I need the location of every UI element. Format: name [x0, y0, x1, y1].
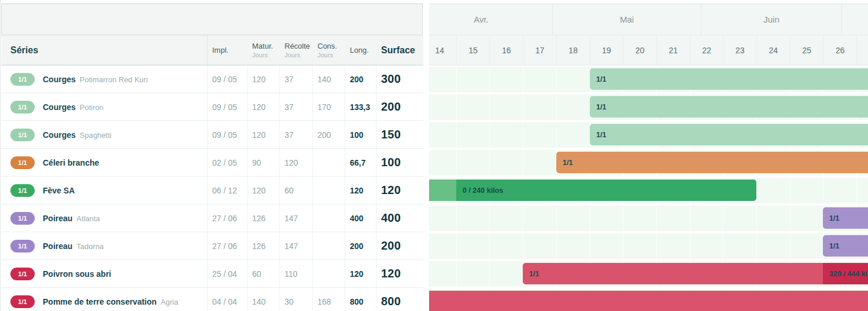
gantt-bar[interactable]: 0 / 240 kilos	[456, 180, 756, 201]
table-row[interactable]: 1/1CourgesPotiron09 / 0512037170133,3200	[1, 93, 423, 121]
cell-series: 1/1PoireauAtlanta	[1, 204, 208, 232]
cell-value: 30	[285, 297, 294, 306]
cell-surface: 150	[376, 121, 423, 148]
cell-surface: 800	[376, 288, 423, 311]
week-header-cell: 15	[456, 35, 490, 65]
month-header-row: Avr.MaiJuin	[429, 3, 868, 35]
table-row[interactable]: 1/1Poivron sous abri25 / 0460110120120	[1, 260, 423, 288]
cell-value: 200	[350, 75, 363, 84]
series-count-badge: 1/1	[10, 184, 35, 197]
week-header-cell: 24	[756, 35, 790, 65]
gantt-bar[interactable]: 1/1	[429, 291, 868, 311]
cell-series: 1/1Pomme de terre conservationAgria	[1, 288, 208, 311]
gantt-rows: 1/11/11/11/10 / 240 kilos1/11/11/1320 / …	[429, 65, 868, 311]
table-row[interactable]: 1/1CourgesSpaghetti09 / 0512037200100150	[1, 121, 423, 149]
cell-matur: 140	[248, 288, 280, 311]
gantt-row-band	[429, 233, 868, 259]
gantt-bar[interactable]: 1/1	[523, 263, 823, 284]
cell-value: 37	[285, 75, 294, 84]
table-row[interactable]: 1/1PoireauTadorna27 / 06126147200200	[1, 232, 423, 260]
column-label: Récolte	[285, 42, 313, 50]
cell-series: 1/1PoireauTadorna	[1, 232, 208, 259]
table-row[interactable]: 1/1Pomme de terre conservationAgria04 / …	[1, 288, 423, 311]
gantt-bar-label: 1/1	[590, 75, 606, 83]
gantt-bar-label: 0 / 240 kilos	[456, 186, 503, 195]
cell-value: 27 / 06	[212, 214, 237, 223]
cell-value: 120	[252, 75, 265, 84]
cell-value: 06 / 12	[212, 186, 237, 195]
table-row[interactable]: 1/1Céleri branche02 / 059012066,7100	[1, 149, 423, 177]
gantt-bar[interactable]: 1/1	[590, 124, 868, 145]
cell-recolte: 120	[280, 149, 313, 176]
cell-cons: 140	[313, 65, 345, 93]
series-variety: Tadorna	[76, 242, 104, 251]
series-variety: Potiron	[80, 103, 104, 112]
column-label: Matur.	[252, 42, 280, 50]
gantt-bar[interactable]: 1/1	[590, 68, 868, 90]
cell-value: 09 / 05	[212, 130, 237, 140]
cell-recolte: 60	[280, 177, 313, 204]
column-label: Impl.	[212, 46, 248, 54]
table-body: 1/1CourgesPotimarron Red Kuri09 / 051203…	[1, 65, 423, 311]
column-sublabel: Jours	[252, 52, 280, 58]
week-header-cell: 22	[690, 35, 723, 65]
cell-value: 800	[381, 295, 401, 308]
gantt-bar[interactable]: 1/1	[823, 207, 868, 229]
gantt-bar-label: 1/1	[590, 131, 606, 139]
cell-matur: 126	[248, 204, 280, 232]
series-variety: Agria	[161, 298, 178, 306]
cell-long: 120	[345, 177, 376, 204]
gantt-bar-label: 320 / 444 kilos	[823, 270, 868, 278]
cell-recolte: 30	[280, 288, 313, 311]
cell-value: 300	[381, 72, 401, 86]
cell-value: 60	[252, 269, 261, 279]
series-variety: Potimarron Red Kuri	[80, 75, 148, 84]
cell-long: 200	[345, 232, 376, 259]
cell-value: 04 / 04	[212, 297, 237, 306]
cell-cons	[313, 177, 345, 204]
week-header-cell: 25	[790, 35, 823, 65]
cell-value: 100	[381, 156, 401, 169]
series-count-badge: 1/1	[10, 73, 35, 86]
cell-value: 120	[252, 186, 265, 195]
gantt-bar[interactable]: 1/1	[590, 96, 868, 118]
table-row[interactable]: 1/1Fève SA06 / 1212060120120	[1, 177, 423, 204]
week-header-cell: 26	[823, 35, 856, 65]
column-header-series: Séries	[1, 35, 208, 65]
gantt-bar[interactable]: 1/1	[556, 152, 868, 173]
cell-surface: 120	[376, 260, 423, 287]
series-name: CourgesPotimarron Red Kuri	[43, 75, 148, 84]
series-variety: Spaghetti	[80, 131, 112, 140]
cell-value: 100	[350, 130, 363, 140]
column-label: Séries	[10, 45, 207, 56]
month-header-cell	[841, 4, 868, 35]
table-row[interactable]: 1/1CourgesPotimarron Red Kuri09 / 051203…	[1, 65, 423, 93]
series-variety: Atlanta	[76, 214, 99, 223]
cell-value: 110	[285, 269, 297, 279]
cell-cons: 168	[313, 288, 345, 311]
week-header-cell: 20	[623, 35, 656, 65]
cell-matur: 60	[248, 260, 280, 287]
column-header-cons: Cons.Jours	[313, 35, 345, 65]
series-count-badge: 1/1	[10, 295, 35, 308]
series-count-badge: 1/1	[10, 101, 35, 114]
week-header-cell: 17	[523, 35, 556, 65]
gantt-row-band	[429, 206, 868, 231]
table-header: SériesImpl.Matur.JoursRécolteJoursCons.J…	[1, 35, 423, 65]
table-row[interactable]: 1/1PoireauAtlanta27 / 06126147400400	[1, 204, 423, 232]
series-name: Céleri branche	[43, 158, 99, 167]
gantt-bar[interactable]	[429, 180, 456, 201]
cell-value: 02 / 05	[212, 158, 237, 167]
cell-long: 400	[345, 204, 376, 232]
cell-value: 400	[381, 211, 401, 225]
cell-value: 25 / 04	[212, 269, 237, 279]
cell-impl: 09 / 05	[208, 93, 248, 120]
gantt-bar[interactable]: 1/1	[823, 235, 868, 257]
gantt-bar[interactable]: 320 / 444 kilos	[823, 263, 868, 284]
gantt-bar-label: 1/1	[823, 214, 839, 222]
cell-matur: 120	[248, 121, 280, 148]
week-header-cell: 16	[489, 35, 523, 65]
cell-value: 120	[252, 103, 265, 112]
column-header-long: Long.	[345, 35, 376, 65]
cell-value: 168	[317, 297, 331, 306]
